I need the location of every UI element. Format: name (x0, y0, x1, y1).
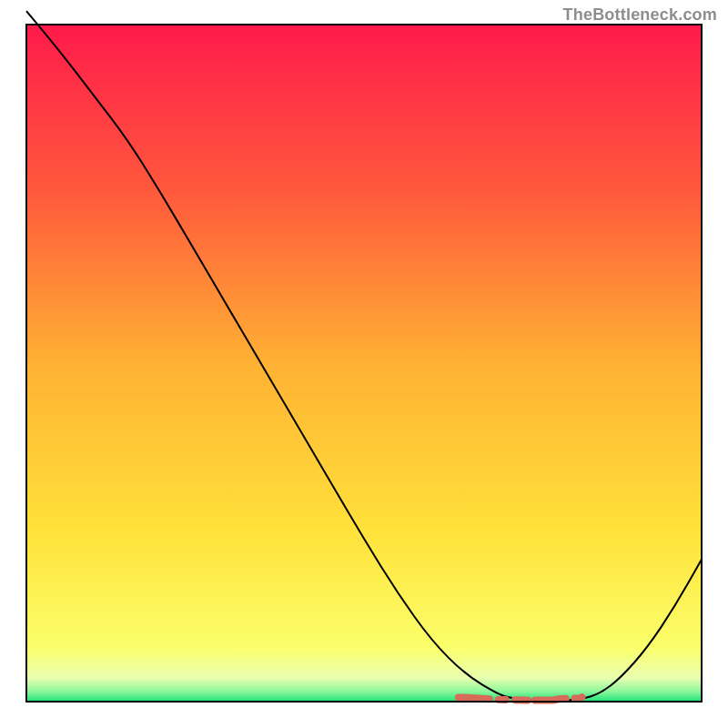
selection-marker (459, 696, 583, 700)
chart-svg (0, 0, 728, 728)
attribution-label: TheBottleneck.com (563, 5, 717, 25)
plot-background (26, 25, 702, 702)
chart-container: TheBottleneck.com (0, 0, 728, 728)
